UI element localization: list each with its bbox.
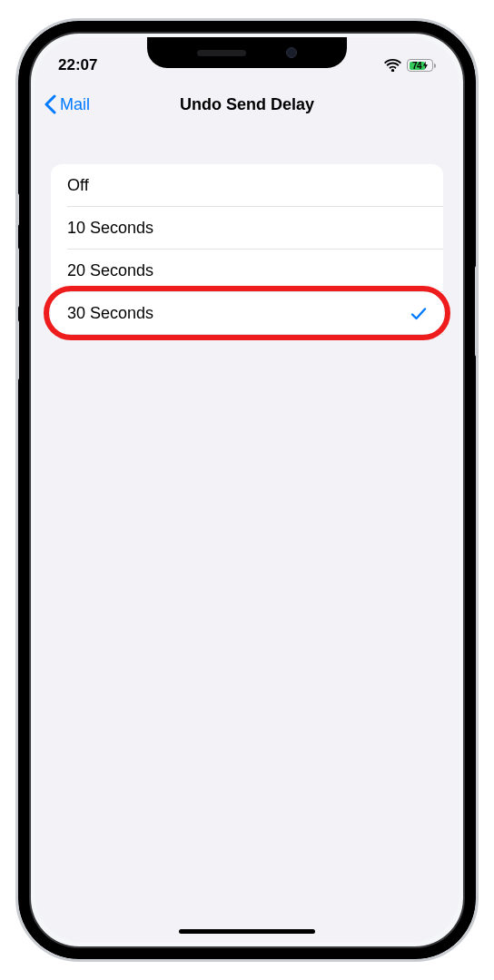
screen: 22:07 74: [35, 37, 459, 943]
speaker-grille: [197, 50, 246, 56]
option-label: 30 Seconds: [67, 304, 153, 323]
battery-percent-label: 74: [412, 61, 421, 71]
option-20-seconds[interactable]: 20 Seconds: [51, 250, 443, 292]
option-label: 10 Seconds: [67, 219, 153, 238]
charging-bolt-icon: [422, 62, 428, 70]
option-10-seconds[interactable]: 10 Seconds: [51, 207, 443, 250]
volume-up-button: [15, 248, 19, 308]
status-time: 22:07: [58, 56, 149, 74]
back-button-label: Mail: [60, 95, 90, 114]
option-label: 20 Seconds: [67, 261, 153, 280]
battery-indicator: 74: [407, 59, 436, 72]
chevron-left-icon: [44, 94, 56, 114]
front-camera: [286, 47, 297, 58]
mute-switch: [15, 193, 19, 226]
notch: [147, 37, 347, 68]
nav-bar: Mail Undo Send Delay: [35, 83, 459, 126]
content-area: Off 10 Seconds 20 Seconds 30 Seconds: [35, 126, 459, 335]
page-title: Undo Send Delay: [35, 95, 459, 114]
delay-options-list: Off 10 Seconds 20 Seconds 30 Seconds: [51, 164, 443, 335]
option-30-seconds[interactable]: 30 Seconds: [51, 292, 443, 335]
phone-frame: 22:07 74: [15, 18, 479, 962]
power-button: [475, 266, 479, 357]
option-label: Off: [67, 176, 89, 195]
volume-down-button: [15, 320, 19, 380]
wifi-icon: [384, 59, 401, 72]
option-off[interactable]: Off: [51, 164, 443, 207]
home-indicator[interactable]: [179, 929, 315, 934]
status-right: 74: [345, 59, 436, 72]
checkmark-icon: [410, 307, 427, 321]
back-button[interactable]: Mail: [44, 94, 90, 114]
